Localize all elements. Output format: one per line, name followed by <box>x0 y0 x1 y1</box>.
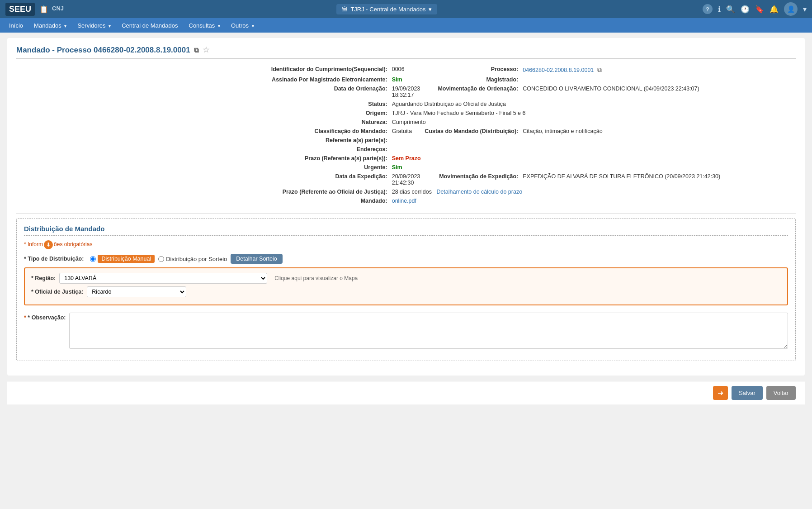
required-note-text: Inform <box>28 241 43 247</box>
radio-sorteio-input[interactable] <box>158 256 164 262</box>
custas-label: Custas do Mandado (Distribuição): <box>425 128 518 134</box>
menu-mandados[interactable]: Mandados ▾ <box>29 20 71 31</box>
distribution-title: Distribuição de Mandado <box>24 225 788 236</box>
data-ordenacao-label: Data de Ordenação: <box>334 86 387 92</box>
observacao-textarea[interactable] <box>69 313 788 349</box>
menu-consultas[interactable]: Consultas ▾ <box>184 20 225 31</box>
magistrado-label: Magistrado: <box>486 76 518 83</box>
menu-bar: Início Mandados ▾ Servidores ▾ Central d… <box>0 18 812 33</box>
row-data-ordenacao: Data de Ordenação: 19/09/2023 18:32:17 M… <box>17 85 795 99</box>
title-star-icon[interactable]: ☆ <box>203 45 209 55</box>
movimentacao-expedicao-label: Movimentação de Expedição: <box>439 173 518 180</box>
mapa-link[interactable]: Clique aqui para visualizar o Mapa <box>274 275 358 281</box>
detalhar-sorteio-button[interactable]: Detalhar Sorteio <box>231 254 282 264</box>
required-star: * <box>24 241 26 247</box>
assinado-value: Sim <box>392 76 402 83</box>
row-enderecos: Endereços: <box>17 145 795 153</box>
menu-inicio[interactable]: Início <box>5 20 28 31</box>
radio-manual-text: Distribuição Manual <box>98 255 155 263</box>
classificacao-value: Gratuita <box>392 128 412 134</box>
bookmark-icon[interactable]: 🔖 <box>755 5 764 14</box>
row-urgente: Urgente: Sim <box>17 163 795 171</box>
radio-manual-input[interactable] <box>90 256 96 262</box>
processo-value[interactable]: 0466280-02.2008.8.19.0001 <box>523 67 594 73</box>
top-bar-center: 🏛 TJRJ - Central de Mandados ▾ <box>71 4 703 14</box>
court-name: TJRJ - Central de Mandados <box>350 6 425 13</box>
row-classificacao: Classificação do Mandado: Gratuita Custa… <box>17 127 795 135</box>
row-assinado: Assinado Por Magistrado Eletronicamente:… <box>17 76 795 84</box>
natureza-label: Natureza: <box>362 119 387 125</box>
row-referente: Referente a(s) parte(s): <box>17 136 795 144</box>
radio-manual-label[interactable]: Distribuição Manual <box>90 255 155 263</box>
radio-sorteio-label[interactable]: Distribuição por Sorteio <box>158 256 227 262</box>
classificacao-label: Classificação do Mandado: <box>315 128 387 134</box>
menu-outros[interactable]: Outros ▾ <box>227 20 259 31</box>
main-content: Mandado - Processo 0466280-02.2008.8.19.… <box>7 38 805 376</box>
prazo-oficial-label: Prazo (Referente ao Oficial de Justiça): <box>283 189 387 195</box>
salvar-button[interactable]: Salvar <box>732 386 763 400</box>
origem-label: Origem: <box>366 110 387 116</box>
regiao-select[interactable]: 130 ALVARÁ <box>59 273 267 284</box>
tipo-distribuicao-label: * Tipo de Distribuição: <box>24 256 84 262</box>
top-bar-right: ? ℹ 🔍 🕐 🔖 🔔 👤 ▾ <box>703 2 807 16</box>
court-selector[interactable]: 🏛 TJRJ - Central de Mandados ▾ <box>336 4 437 14</box>
observacao-label: * * Observação: <box>24 313 66 321</box>
servidores-arrow: ▾ <box>109 24 111 29</box>
urgente-value: Sim <box>392 164 402 171</box>
identificador-value: 0006 <box>392 66 405 72</box>
building-icon: 🏛 <box>342 6 348 13</box>
row-natureza: Natureza: Cumprimento <box>17 118 795 126</box>
observacao-row: * * Observação: <box>24 313 788 349</box>
consultas-arrow: ▾ <box>218 24 220 29</box>
top-bar: SEEU 📋 CNJ 🏛 TJRJ - Central de Mandados … <box>0 0 812 18</box>
referente-label: Referente a(s) parte(s): <box>326 137 387 143</box>
detalhamento-link[interactable]: Detalhamento do cálculo do prazo <box>436 189 522 195</box>
distribution-section: Distribuição de Mandado * Inform⬇ões obr… <box>16 218 796 361</box>
mandado-link[interactable]: online.pdf <box>392 198 416 204</box>
prazo-oficial-value: 28 dias corridos <box>392 189 432 195</box>
search-icon[interactable]: 🔍 <box>726 5 735 14</box>
logo: SEEU <box>5 3 35 16</box>
row-identificador: Identificador do Cumprimento(Sequencial)… <box>17 65 795 75</box>
identificador-label: Identificador do Cumprimento(Sequencial)… <box>271 66 387 72</box>
movimentacao-expedicao-value: EXPEDIÇÃO DE ALVARÁ DE SOLTURA ELETRÔNIC… <box>523 173 720 180</box>
processo-label: Processo: <box>491 66 518 72</box>
court-dropdown-arrow: ▾ <box>429 6 432 13</box>
menu-servidores[interactable]: Servidores ▾ <box>73 20 115 31</box>
title-copy-icon[interactable]: ⧉ <box>194 46 199 54</box>
mandados-arrow: ▾ <box>64 24 66 29</box>
help-icon[interactable]: ? <box>703 4 713 14</box>
prazo-parte-value: Sem Prazo <box>392 155 421 162</box>
voltar-button[interactable]: Voltar <box>766 386 796 400</box>
data-expedicao-label: Data da Expedição: <box>335 173 387 180</box>
oficial-row: * Oficial de Justiça: Ricardo <box>31 286 781 297</box>
oficial-label: * Oficial de Justiça: <box>31 289 83 295</box>
copy-icon[interactable]: 📋 <box>39 5 48 14</box>
custas-value: Citação, intimação e notificação <box>523 128 602 134</box>
bell-icon[interactable]: 🔔 <box>770 5 779 14</box>
prazo-parte-label: Prazo (Referente a(s) parte(s)): <box>305 155 387 162</box>
row-prazo-parte: Prazo (Referente a(s) parte(s)): Sem Pra… <box>17 154 795 162</box>
info-icon[interactable]: ℹ <box>718 5 721 14</box>
arrow-button[interactable]: ➜ <box>713 386 728 400</box>
avatar-arrow: ▾ <box>803 5 807 14</box>
avatar[interactable]: 👤 <box>784 2 798 16</box>
row-data-expedicao: Data da Expedição: 20/09/2023 21:42:30 M… <box>17 172 795 187</box>
required-note: * Inform⬇ões obrigatórias <box>24 240 788 249</box>
arrow-icon: ➜ <box>718 389 723 397</box>
obs-required-star: * <box>24 314 26 321</box>
urgente-label: Urgente: <box>364 164 387 171</box>
processo-copy-icon[interactable]: ⧉ <box>597 66 602 73</box>
status-label: Status: <box>368 101 387 107</box>
menu-central-mandados[interactable]: Central de Mandados <box>117 20 182 31</box>
row-mandado: Mandado: online.pdf <box>17 197 795 205</box>
enderecos-label: Endereços: <box>357 146 387 152</box>
outros-arrow: ▾ <box>252 24 254 29</box>
page-title-row: Mandado - Processo 0466280-02.2008.8.19.… <box>16 45 796 59</box>
cnj-label: CNJ <box>52 5 64 14</box>
oficial-select[interactable]: Ricardo <box>87 286 186 297</box>
history-icon[interactable]: 🕐 <box>741 5 750 14</box>
assinado-label: Assinado Por Magistrado Eletronicamente: <box>272 76 387 83</box>
download-icon: ⬇ <box>44 240 53 249</box>
row-prazo-oficial: Prazo (Referente ao Oficial de Justiça):… <box>17 188 795 196</box>
